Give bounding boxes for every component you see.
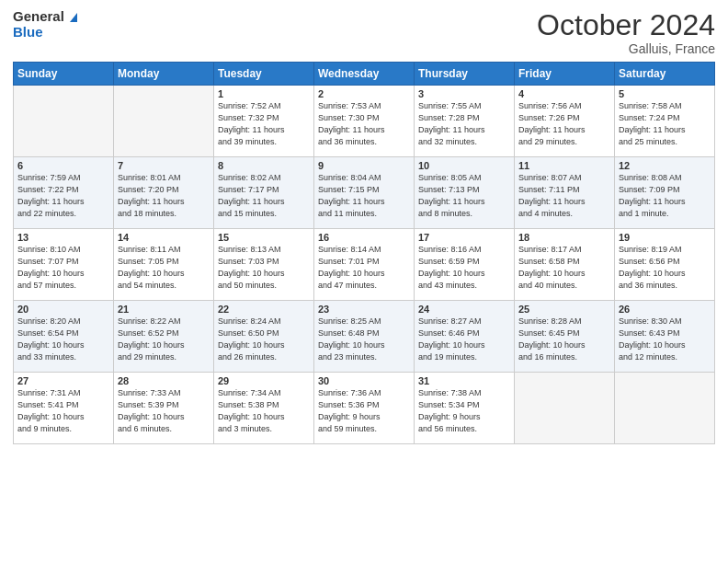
calendar-cell: 19Sunrise: 8:19 AM Sunset: 6:56 PM Dayli… — [615, 229, 715, 301]
calendar-cell: 9Sunrise: 8:04 AM Sunset: 7:15 PM Daylig… — [314, 157, 415, 229]
title-block: October 2024 Galluis, France — [537, 9, 715, 56]
calendar-cell: 17Sunrise: 8:16 AM Sunset: 6:59 PM Dayli… — [415, 229, 515, 301]
calendar-cell: 6Sunrise: 7:59 AM Sunset: 7:22 PM Daylig… — [14, 157, 114, 229]
calendar-cell: 8Sunrise: 8:02 AM Sunset: 7:17 PM Daylig… — [214, 157, 314, 229]
day-number: 25 — [518, 304, 610, 315]
day-info: Sunrise: 8:27 AM Sunset: 6:46 PM Dayligh… — [418, 316, 510, 363]
calendar-cell: 4Sunrise: 7:56 AM Sunset: 7:26 PM Daylig… — [515, 86, 615, 157]
calendar-cell: 22Sunrise: 8:24 AM Sunset: 6:50 PM Dayli… — [214, 301, 314, 373]
day-info: Sunrise: 8:01 AM Sunset: 7:20 PM Dayligh… — [118, 172, 210, 220]
day-info: Sunrise: 8:25 AM Sunset: 6:48 PM Dayligh… — [318, 316, 410, 363]
calendar-cell: 3Sunrise: 7:55 AM Sunset: 7:28 PM Daylig… — [415, 86, 515, 157]
day-info: Sunrise: 8:14 AM Sunset: 7:01 PM Dayligh… — [318, 244, 410, 292]
day-info: Sunrise: 8:07 AM Sunset: 7:11 PM Dayligh… — [518, 172, 610, 220]
day-info: Sunrise: 7:34 AM Sunset: 5:38 PM Dayligh… — [218, 387, 310, 435]
day-info: Sunrise: 8:16 AM Sunset: 6:59 PM Dayligh… — [418, 244, 510, 292]
day-number: 13 — [17, 232, 109, 243]
day-number: 8 — [218, 160, 310, 171]
day-info: Sunrise: 7:31 AM Sunset: 5:41 PM Dayligh… — [17, 387, 109, 435]
weekday-thursday: Thursday — [415, 63, 515, 86]
day-info: Sunrise: 8:20 AM Sunset: 6:54 PM Dayligh… — [17, 316, 109, 363]
weekday-sunday: Sunday — [14, 63, 114, 86]
day-number: 17 — [418, 232, 510, 243]
day-info: Sunrise: 8:02 AM Sunset: 7:17 PM Dayligh… — [218, 172, 310, 220]
calendar-cell: 11Sunrise: 8:07 AM Sunset: 7:11 PM Dayli… — [515, 157, 615, 229]
weekday-tuesday: Tuesday — [214, 63, 314, 86]
calendar-cell: 28Sunrise: 7:33 AM Sunset: 5:39 PM Dayli… — [114, 373, 214, 444]
month-title: October 2024 — [537, 9, 715, 41]
calendar-container: General Blue October 2024 Galluis, Franc… — [0, 0, 728, 563]
day-number: 6 — [17, 160, 109, 171]
calendar-cell: 1Sunrise: 7:52 AM Sunset: 7:32 PM Daylig… — [214, 86, 314, 157]
day-info: Sunrise: 7:36 AM Sunset: 5:36 PM Dayligh… — [318, 387, 410, 435]
day-info: Sunrise: 8:13 AM Sunset: 7:03 PM Dayligh… — [218, 244, 310, 292]
day-info: Sunrise: 8:28 AM Sunset: 6:45 PM Dayligh… — [518, 316, 610, 363]
week-row-2: 6Sunrise: 7:59 AM Sunset: 7:22 PM Daylig… — [14, 157, 715, 229]
header: General Blue October 2024 Galluis, Franc… — [13, 9, 715, 56]
calendar-cell: 13Sunrise: 8:10 AM Sunset: 7:07 PM Dayli… — [14, 229, 114, 301]
calendar-cell: 5Sunrise: 7:58 AM Sunset: 7:24 PM Daylig… — [615, 86, 715, 157]
weekday-header-row: SundayMondayTuesdayWednesdayThursdayFrid… — [14, 63, 715, 86]
calendar-cell: 25Sunrise: 8:28 AM Sunset: 6:45 PM Dayli… — [515, 301, 615, 373]
day-info: Sunrise: 7:58 AM Sunset: 7:24 PM Dayligh… — [619, 100, 711, 148]
day-number: 28 — [118, 375, 210, 386]
logo-svg: General Blue — [13, 9, 77, 40]
day-number: 24 — [418, 304, 510, 315]
logo: General Blue — [13, 9, 77, 40]
day-info: Sunrise: 8:08 AM Sunset: 7:09 PM Dayligh… — [619, 172, 711, 220]
calendar-cell: 27Sunrise: 7:31 AM Sunset: 5:41 PM Dayli… — [14, 373, 114, 444]
day-number: 16 — [318, 232, 410, 243]
calendar-cell: 12Sunrise: 8:08 AM Sunset: 7:09 PM Dayli… — [615, 157, 715, 229]
day-number: 12 — [619, 160, 711, 171]
calendar-cell: 2Sunrise: 7:53 AM Sunset: 7:30 PM Daylig… — [314, 86, 415, 157]
day-number: 14 — [118, 232, 210, 243]
weekday-saturday: Saturday — [615, 63, 715, 86]
day-info: Sunrise: 7:56 AM Sunset: 7:26 PM Dayligh… — [518, 100, 610, 148]
day-number: 23 — [318, 304, 410, 315]
calendar-cell: 31Sunrise: 7:38 AM Sunset: 5:34 PM Dayli… — [415, 373, 515, 444]
calendar-cell — [14, 86, 114, 157]
calendar-cell: 26Sunrise: 8:30 AM Sunset: 6:43 PM Dayli… — [615, 301, 715, 373]
day-number: 26 — [619, 304, 711, 315]
calendar-cell — [114, 86, 214, 157]
day-info: Sunrise: 7:55 AM Sunset: 7:28 PM Dayligh… — [418, 100, 510, 148]
day-number: 15 — [218, 232, 310, 243]
week-row-5: 27Sunrise: 7:31 AM Sunset: 5:41 PM Dayli… — [14, 373, 715, 444]
calendar-cell: 18Sunrise: 8:17 AM Sunset: 6:58 PM Dayli… — [515, 229, 615, 301]
calendar-table: SundayMondayTuesdayWednesdayThursdayFrid… — [13, 62, 715, 444]
day-number: 22 — [218, 304, 310, 315]
day-number: 2 — [318, 88, 410, 99]
calendar-cell: 24Sunrise: 8:27 AM Sunset: 6:46 PM Dayli… — [415, 301, 515, 373]
calendar-cell: 23Sunrise: 8:25 AM Sunset: 6:48 PM Dayli… — [314, 301, 415, 373]
day-number: 1 — [218, 88, 310, 99]
weekday-friday: Friday — [515, 63, 615, 86]
calendar-cell: 29Sunrise: 7:34 AM Sunset: 5:38 PM Dayli… — [214, 373, 314, 444]
weekday-wednesday: Wednesday — [314, 63, 415, 86]
day-number: 4 — [518, 88, 610, 99]
calendar-cell: 20Sunrise: 8:20 AM Sunset: 6:54 PM Dayli… — [14, 301, 114, 373]
calendar-cell: 14Sunrise: 8:11 AM Sunset: 7:05 PM Dayli… — [114, 229, 214, 301]
day-number: 27 — [17, 375, 109, 386]
day-number: 9 — [318, 160, 410, 171]
calendar-cell: 15Sunrise: 8:13 AM Sunset: 7:03 PM Dayli… — [214, 229, 314, 301]
day-info: Sunrise: 7:59 AM Sunset: 7:22 PM Dayligh… — [17, 172, 109, 220]
calendar-cell: 30Sunrise: 7:36 AM Sunset: 5:36 PM Dayli… — [314, 373, 415, 444]
day-number: 20 — [17, 304, 109, 315]
day-info: Sunrise: 8:10 AM Sunset: 7:07 PM Dayligh… — [17, 244, 109, 292]
day-info: Sunrise: 7:33 AM Sunset: 5:39 PM Dayligh… — [118, 387, 210, 435]
day-info: Sunrise: 8:05 AM Sunset: 7:13 PM Dayligh… — [418, 172, 510, 220]
calendar-cell: 7Sunrise: 8:01 AM Sunset: 7:20 PM Daylig… — [114, 157, 214, 229]
day-number: 18 — [518, 232, 610, 243]
day-info: Sunrise: 8:19 AM Sunset: 6:56 PM Dayligh… — [619, 244, 711, 292]
day-info: Sunrise: 8:11 AM Sunset: 7:05 PM Dayligh… — [118, 244, 210, 292]
day-info: Sunrise: 8:22 AM Sunset: 6:52 PM Dayligh… — [118, 316, 210, 363]
day-number: 30 — [318, 375, 410, 386]
day-number: 5 — [619, 88, 711, 99]
day-number: 7 — [118, 160, 210, 171]
day-info: Sunrise: 8:17 AM Sunset: 6:58 PM Dayligh… — [518, 244, 610, 292]
day-number: 11 — [518, 160, 610, 171]
day-number: 19 — [619, 232, 711, 243]
weekday-monday: Monday — [114, 63, 214, 86]
location: Galluis, France — [537, 41, 715, 56]
day-number: 21 — [118, 304, 210, 315]
